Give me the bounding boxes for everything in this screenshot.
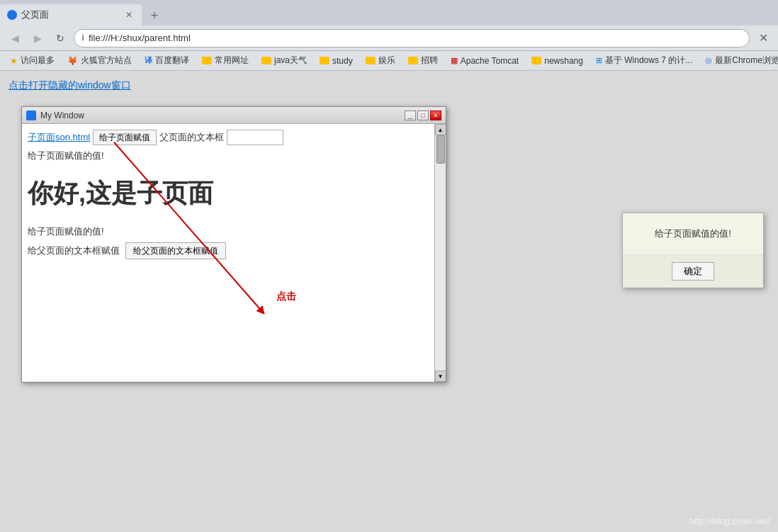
bookmark-item-0[interactable]: ★ 访问最多 (4, 53, 60, 69)
popup-top-bar: 子页面son.html 给子页面赋值 父页面的文本框 (28, 130, 429, 145)
nav-close-btn[interactable]: ✕ (754, 29, 772, 47)
bookmark-label-10: 基于 Windows 7 的计... (605, 55, 692, 67)
tab-bar: 父页面 ✕ + (0, 0, 778, 26)
alert-dialog: 给子页面赋值的值! 确定 (622, 213, 764, 288)
fox-icon: 🦊 (67, 56, 78, 66)
popup-controls: _ □ ✕ (405, 111, 441, 120)
popup-maximize-btn[interactable]: □ (417, 111, 429, 120)
scrollbar-down-btn[interactable]: ▼ (435, 370, 446, 382)
bookmark-item-7[interactable]: 招聘 (402, 53, 444, 69)
star-icon: ★ (10, 56, 18, 66)
bookmark-label-7: 招聘 (421, 55, 438, 67)
assign-parent-label: 给父页面的文本框赋值 (28, 244, 120, 257)
popup-big-text: 你好,这是子页面 (28, 176, 429, 211)
windows-icon: ⊞ (596, 56, 602, 65)
popup-bottom-label: 给子页面赋值的值! (28, 225, 429, 238)
alert-message: 给子页面赋值的值! (623, 213, 763, 255)
popup-title: My Window (40, 111, 405, 120)
popup-bottom: 给子页面赋值的值! 给父页面的文本框赋值 给父页面的文本框赋值 (28, 225, 429, 259)
popup-window: My Window _ □ ✕ 子页面son.html 给子页面赋值 父页面的文… (21, 106, 446, 383)
bookmark-label-2: 百度翻译 (155, 55, 189, 67)
page-link[interactable]: 点击打开隐藏的window窗口 (9, 79, 131, 92)
bookmark-item-6[interactable]: 娱乐 (360, 53, 401, 69)
bookmark-label-0: 访问最多 (21, 55, 55, 67)
popup-content: 子页面son.html 给子页面赋值 父页面的文本框 给子页面赋值的值! 你好,… (22, 124, 446, 382)
tab-favicon (7, 10, 17, 20)
folder-icon-5 (320, 57, 329, 64)
assign-parent-btn[interactable]: 给父页面的文本框赋值 (125, 242, 226, 259)
click-label: 点击 (276, 290, 296, 303)
address-text: file:///H:/shux/parent.html (89, 33, 191, 43)
bookmark-item-10[interactable]: ⊞ 基于 Windows 7 的计... (590, 53, 698, 69)
translate-icon: 译 (145, 55, 152, 66)
folder-icon-3 (202, 57, 212, 64)
parent-textfield[interactable] (227, 130, 283, 145)
back-btn[interactable]: ◀ (6, 29, 24, 47)
bookmark-label-11: 最新Chrome浏览器配... (715, 55, 778, 67)
file-icon-8: ▦ (451, 56, 458, 65)
alert-ok-btn[interactable]: 确定 (672, 262, 714, 281)
lock-icon: ℹ (81, 33, 84, 43)
bookmark-item-8[interactable]: ▦ Apache Tomcat (445, 53, 525, 69)
alert-footer: 确定 (623, 255, 763, 288)
folder-icon-6 (366, 57, 376, 64)
forward-btn[interactable]: ▶ (28, 29, 47, 47)
scrollbar-thumb[interactable] (436, 135, 445, 164)
bookmark-label-5: study (332, 56, 353, 66)
address-bar[interactable]: ℹ file:///H:/shux/parent.html (74, 29, 750, 47)
bookmark-label-6: 娱乐 (378, 55, 395, 67)
reload-btn[interactable]: ↻ (51, 29, 69, 47)
bookmark-item-4[interactable]: java天气 (256, 53, 312, 69)
bookmark-label-9: newshang (544, 56, 583, 66)
scrollbar-track (435, 135, 446, 370)
folder-icon-4 (261, 57, 271, 64)
bookmarks-bar: ★ 访问最多 🦊 火狐官方站点 译 百度翻译 常用网址 java天气 study… (0, 51, 778, 71)
parent-textbox-label: 父页面的文本框 (159, 131, 224, 144)
scrollbar-up-btn[interactable]: ▲ (435, 124, 446, 135)
popup-minimize-btn[interactable]: _ (405, 111, 416, 120)
popup-inner: 子页面son.html 给子页面赋值 父页面的文本框 给子页面赋值的值! 你好,… (22, 124, 434, 382)
assign-child-btn[interactable]: 给子页面赋值 (93, 130, 157, 145)
tab-close-btn[interactable]: ✕ (123, 9, 135, 21)
bookmark-item-9[interactable]: newshang (526, 53, 589, 69)
bookmark-item-5[interactable]: study (314, 53, 359, 69)
popup-favicon (26, 111, 36, 120)
bookmark-item-11[interactable]: ◎ 最新Chrome浏览器配... (699, 53, 778, 69)
main-content: 点击打开隐藏的window窗口 My Window _ □ ✕ 子页面son.h… (0, 71, 778, 532)
popup-close-btn[interactable]: ✕ (430, 111, 441, 120)
bookmark-item-2[interactable]: 译 百度翻译 (139, 53, 195, 69)
popup-bottom-row: 给父页面的文本框赋值 给父页面的文本框赋值 (28, 242, 429, 259)
watermark: http://blog.csdn.net/ (689, 516, 769, 526)
active-tab[interactable]: 父页面 ✕ (0, 4, 142, 26)
bookmark-label-3: 常用网址 (215, 55, 249, 67)
bookmark-label-4: java天气 (274, 55, 307, 67)
new-tab-btn[interactable]: + (145, 6, 164, 26)
son-page-link[interactable]: 子页面son.html (28, 131, 90, 144)
folder-icon-9 (531, 57, 541, 64)
bookmark-label-8: Apache Tomcat (461, 56, 519, 66)
folder-icon-7 (408, 57, 418, 64)
browser-frame: 父页面 ✕ + ◀ ▶ ↻ ℹ file:///H:/shux/parent.h… (0, 0, 778, 532)
bookmark-item-3[interactable]: 常用网址 (196, 53, 254, 69)
bookmark-item-1[interactable]: 🦊 火狐官方站点 (62, 53, 137, 69)
bookmark-label-1: 火狐官方站点 (81, 55, 132, 67)
tab-title: 父页面 (21, 9, 49, 21)
popup-titlebar: My Window _ □ ✕ (22, 107, 446, 124)
chrome-icon: ◎ (705, 56, 712, 65)
popup-scrollbar: ▲ ▼ (434, 124, 446, 382)
popup-label1: 给子页面赋值的值! (28, 149, 429, 162)
nav-bar: ◀ ▶ ↻ ℹ file:///H:/shux/parent.html ✕ (0, 26, 778, 51)
